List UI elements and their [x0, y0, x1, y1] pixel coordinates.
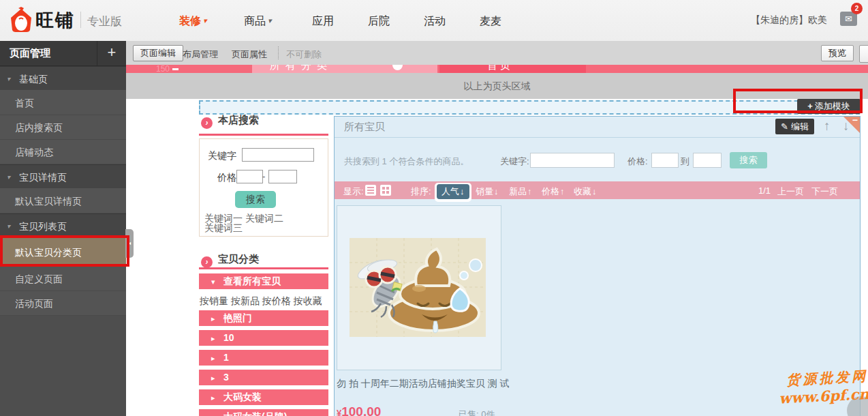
- module-search-button[interactable]: 搜索: [235, 191, 276, 208]
- product-price: ¥100.00: [337, 404, 381, 416]
- sidebar-item-home[interactable]: 首页: [0, 91, 126, 115]
- plus-icon: +: [807, 101, 813, 111]
- price-max-input[interactable]: [268, 170, 297, 183]
- shop-nav-segment: 所有分类: [252, 65, 437, 73]
- toolbar-divider: [278, 46, 279, 59]
- sidebar-header: 页面管理 +: [0, 41, 126, 66]
- sidebar-item-shop-dynamics[interactable]: 店铺动态: [0, 140, 126, 164]
- category-button[interactable]: ▸3: [199, 370, 328, 385]
- tab-page-properties[interactable]: 页面属性: [232, 48, 267, 61]
- top-header: 旺铺 专业版 装修▾ 商品▾ 应用 后院 活动 麦麦 【朱迪的房】欧美 ✉ 2: [0, 0, 868, 42]
- panel-search-row: 共搜索到 1 个符合条件的商品。 关键字: 价格: 到 搜索: [335, 137, 860, 178]
- sidebar-collapse-handle[interactable]: ◂: [125, 229, 134, 258]
- grid-view-icon[interactable]: [380, 185, 391, 196]
- to-label: 到: [681, 155, 689, 168]
- sidebar-item-shop-search[interactable]: 店内搜索页: [0, 115, 126, 140]
- panel-search-button[interactable]: 搜索: [730, 152, 767, 168]
- sidebar-item-custom-page[interactable]: 自定义页面: [0, 267, 126, 291]
- minus-icon: −: [852, 115, 858, 125]
- sort-popularity-active[interactable]: 人气↓: [435, 183, 471, 202]
- panel-title: 所有宝贝: [344, 121, 385, 134]
- search-result-count: 共搜索到 1 个符合条件的商品。: [344, 155, 469, 168]
- sidebar-group-item-detail[interactable]: ▾宝贝详情页: [0, 164, 126, 189]
- sort-down-icon: ↓: [592, 186, 597, 196]
- chevron-right-icon: ▸: [211, 311, 223, 327]
- minus-icon: [172, 68, 179, 70]
- price-min-input[interactable]: [236, 170, 263, 183]
- price-range-dash: -: [262, 171, 265, 181]
- next-page-link[interactable]: 下一页: [811, 185, 838, 198]
- account-name[interactable]: 【朱迪的房】欧美: [751, 14, 827, 27]
- chevron-down-icon: ▾: [7, 214, 10, 239]
- sort-up-icon: ↑: [560, 186, 565, 196]
- chevron-right-icon: ▸: [211, 331, 223, 346]
- prev-page-link[interactable]: 上一页: [777, 185, 804, 198]
- header-area-divider: 以上为页头区域: [126, 73, 868, 99]
- shop-search-module-title: ›本店搜索: [201, 114, 330, 129]
- sidebar-group-label: 宝贝列表页: [19, 221, 67, 232]
- category-button[interactable]: ▸1: [199, 350, 328, 366]
- sidebar-item-activity-page[interactable]: 活动页面: [0, 291, 126, 316]
- panel-price-max-input[interactable]: [693, 153, 722, 168]
- sidebar-group-label: 宝贝详情页: [19, 172, 67, 183]
- mail-unread-badge: 2: [851, 3, 863, 14]
- sidebar-item-default-category-page[interactable]: 默认宝贝分类页: [0, 238, 126, 267]
- category-button[interactable]: ▾大码女装(品牌): [199, 409, 328, 416]
- move-up-icon[interactable]: ↑: [824, 119, 831, 134]
- category-button[interactable]: ▸大码女装: [199, 389, 328, 405]
- sidebar-group-label: 基础页: [19, 74, 48, 85]
- panel-keyword-input[interactable]: [530, 153, 615, 168]
- sidebar-group-basic-pages[interactable]: ▾基础页: [0, 66, 126, 91]
- module-title-rule: [199, 134, 328, 136]
- product-title[interactable]: 勿 拍 十周年二期活动店铺抽奖宝贝 测 试: [337, 378, 514, 390]
- sort-label: 排序:: [411, 185, 431, 198]
- sort-down-icon: ↓: [494, 186, 499, 196]
- panel-price-min-input[interactable]: [651, 153, 679, 168]
- nav-products[interactable]: 商品▾: [244, 14, 272, 29]
- category-filter-links[interactable]: 按销量 按新品 按价格 按收藏: [200, 295, 322, 308]
- add-module-button[interactable]: +添加模块: [797, 99, 861, 114]
- list-view-icon[interactable]: [365, 185, 376, 196]
- chevron-down-icon: ▾: [7, 165, 10, 190]
- product-card: [337, 205, 501, 370]
- nav-decorate[interactable]: 装修▾: [179, 14, 207, 29]
- chevron-down-icon: ▾: [203, 16, 207, 25]
- category-module-title: ›宝贝分类: [201, 253, 330, 268]
- module-title-rule: [199, 267, 328, 269]
- sort-price[interactable]: 价格↑: [542, 185, 565, 198]
- wangpu-logo-icon[interactable]: [10, 7, 33, 33]
- sort-sales[interactable]: 销量↓: [476, 185, 499, 198]
- sort-favorites[interactable]: 收藏↓: [574, 185, 597, 198]
- nav-maimai[interactable]: 麦麦: [480, 14, 501, 29]
- keyword-label: 关键字: [208, 150, 236, 162]
- product-sold-count: 已售: 0件: [459, 408, 495, 416]
- nav-backyard[interactable]: 后院: [368, 14, 390, 29]
- editor-canvas: 150 所有分类 首页 以上为页头区域 +添加模块 ›本店搜索 关键字 价格 -…: [126, 65, 868, 416]
- sidebar-item-default-item-detail[interactable]: 默认宝贝详情页: [0, 189, 126, 213]
- sidebar-title: 页面管理: [10, 47, 50, 60]
- add-page-button[interactable]: +: [97, 41, 126, 65]
- view-all-items-button[interactable]: ▾查看所有宝贝: [199, 273, 328, 289]
- category-button[interactable]: ▸艳照门: [199, 310, 328, 326]
- product-image[interactable]: [350, 238, 486, 337]
- preview-button[interactable]: 预览: [821, 45, 854, 61]
- price-label: 价格:: [627, 155, 648, 168]
- sort-newest[interactable]: 新品↑: [509, 185, 532, 198]
- sidebar-group-item-list[interactable]: ▾宝贝列表页: [0, 213, 126, 238]
- panel-header: 所有宝贝 ✎编辑 ↑ ↓ −: [335, 117, 860, 138]
- logo-text: 旺铺: [35, 8, 75, 33]
- nav-activity[interactable]: 活动: [424, 14, 446, 29]
- tab-page-edit[interactable]: 页面编辑: [133, 45, 183, 61]
- undeletable-label: 不可删除: [286, 48, 322, 61]
- category-button[interactable]: ▸10: [199, 330, 328, 346]
- tab-layout-manage[interactable]: 布局管理: [183, 48, 218, 61]
- edit-module-button[interactable]: ✎编辑: [775, 119, 814, 134]
- keyword-label: 关键字:: [500, 155, 529, 168]
- clipped-toolbar-button[interactable]: [859, 45, 868, 63]
- keyword-input[interactable]: [242, 148, 314, 162]
- add-module-dropzone[interactable]: [199, 100, 860, 115]
- page-toolbar: 页面编辑 布局管理 页面属性 不可删除 预览: [126, 41, 868, 65]
- keyword-links[interactable]: 关键词三: [204, 222, 243, 235]
- sort-down-icon: ↓: [460, 186, 465, 196]
- nav-apps[interactable]: 应用: [312, 14, 334, 29]
